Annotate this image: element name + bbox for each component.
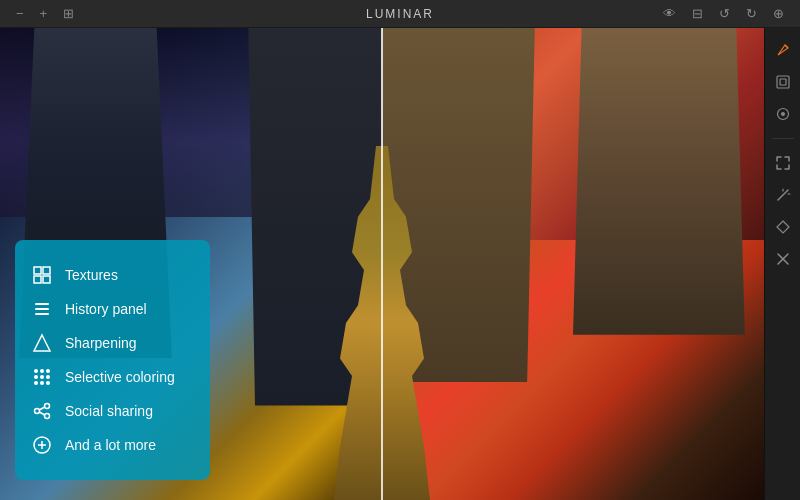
svg-rect-6 <box>35 313 49 315</box>
feature-item-more[interactable]: And a lot more <box>31 428 194 462</box>
svg-marker-33 <box>777 221 789 233</box>
feature-panel: Textures History panel <box>15 240 210 480</box>
photo-area: Textures History panel <box>0 28 764 500</box>
svg-point-9 <box>40 369 44 373</box>
sidebar-brush-icon[interactable] <box>769 36 797 64</box>
sidebar-circle-icon[interactable] <box>769 100 797 128</box>
svg-point-15 <box>40 381 44 385</box>
textures-icon <box>31 264 53 286</box>
svg-rect-4 <box>35 303 49 305</box>
feature-item-history[interactable]: History panel <box>31 292 194 326</box>
split-view-icon[interactable]: ⊟ <box>688 4 707 23</box>
svg-point-13 <box>46 375 50 379</box>
svg-point-16 <box>46 381 50 385</box>
redo-icon[interactable]: ↻ <box>742 4 761 23</box>
svg-point-10 <box>46 369 50 373</box>
svg-point-8 <box>34 369 38 373</box>
sidebar-divider-1 <box>772 138 794 139</box>
social-sharing-label: Social sharing <box>65 403 153 419</box>
svg-rect-26 <box>780 79 786 85</box>
undo-icon[interactable]: ↺ <box>715 4 734 23</box>
svg-rect-1 <box>43 267 50 274</box>
svg-point-28 <box>781 112 785 116</box>
top-bar: − + ⊞ LUMINAR 👁 ⊟ ↺ ↻ ⊕ <box>0 0 800 28</box>
svg-marker-7 <box>34 335 50 351</box>
feature-item-sharpening[interactable]: Sharpening <box>31 326 194 360</box>
svg-point-11 <box>34 375 38 379</box>
sidebar-diamond-icon[interactable] <box>769 213 797 241</box>
svg-rect-3 <box>43 276 50 283</box>
feature-item-social-sharing[interactable]: Social sharing <box>31 394 194 428</box>
zoom-icon[interactable]: ⊕ <box>769 4 788 23</box>
sidebar-resize-icon[interactable] <box>769 149 797 177</box>
sharpening-label: Sharpening <box>65 335 137 351</box>
sidebar-layers-icon[interactable] <box>769 68 797 96</box>
top-bar-right: 👁 ⊟ ↺ ↻ ⊕ <box>659 4 788 23</box>
photo-after <box>382 28 764 500</box>
feature-item-textures[interactable]: Textures <box>31 258 194 292</box>
building-right-main <box>573 28 745 335</box>
svg-rect-5 <box>35 308 49 310</box>
minimize-button[interactable]: − <box>12 4 28 23</box>
selective-coloring-label: Selective coloring <box>65 369 175 385</box>
grid-view-button[interactable]: ⊞ <box>59 4 78 23</box>
sidebar-wand-icon[interactable] <box>769 181 797 209</box>
svg-rect-25 <box>777 76 789 88</box>
app-container: − + ⊞ LUMINAR 👁 ⊟ ↺ ↻ ⊕ <box>0 0 800 500</box>
main-area: Textures History panel <box>0 28 800 500</box>
svg-rect-2 <box>34 276 41 283</box>
eye-icon[interactable]: 👁 <box>659 4 680 23</box>
more-label: And a lot more <box>65 437 156 453</box>
top-bar-left: − + ⊞ <box>12 4 78 23</box>
textures-label: Textures <box>65 267 118 283</box>
right-sidebar <box>764 28 800 500</box>
sharpening-icon <box>31 332 53 354</box>
svg-line-21 <box>39 412 44 415</box>
history-panel-label: History panel <box>65 301 147 317</box>
sidebar-close-icon[interactable] <box>769 245 797 273</box>
split-line[interactable] <box>381 28 383 500</box>
svg-point-18 <box>35 409 40 414</box>
svg-line-20 <box>39 407 44 410</box>
svg-point-12 <box>40 375 44 379</box>
more-icon <box>31 434 53 456</box>
svg-point-17 <box>45 404 50 409</box>
selective-coloring-icon <box>31 366 53 388</box>
app-title: LUMINAR <box>366 7 434 21</box>
history-icon <box>31 298 53 320</box>
svg-point-19 <box>45 414 50 419</box>
social-sharing-icon <box>31 400 53 422</box>
svg-rect-0 <box>34 267 41 274</box>
svg-point-14 <box>34 381 38 385</box>
feature-item-selective-coloring[interactable]: Selective coloring <box>31 360 194 394</box>
expand-button[interactable]: + <box>36 4 52 23</box>
